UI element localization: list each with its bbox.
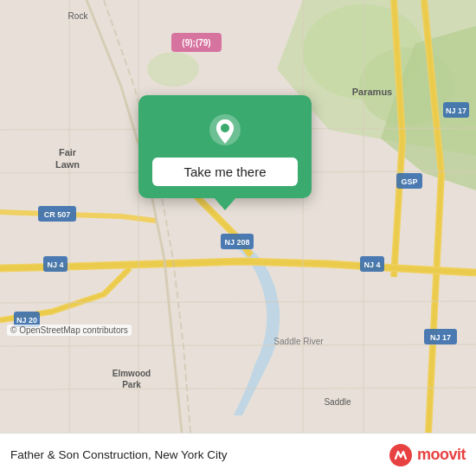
location-text: Father & Son Construction, New York City	[10, 448, 389, 461]
svg-text:NJ 208: NJ 208	[224, 238, 249, 247]
svg-text:Park: Park	[122, 380, 141, 389]
svg-text:Paramus: Paramus	[352, 87, 392, 97]
copyright-text: © OpenStreetMap contributors	[7, 325, 132, 336]
svg-text:Lawn: Lawn	[55, 159, 80, 170]
svg-text:NJ 4: NJ 4	[47, 261, 63, 269]
moovit-logo: moovit	[389, 443, 466, 467]
svg-point-4	[147, 52, 199, 87]
moovit-text: moovit	[417, 446, 466, 464]
svg-text:Rock: Rock	[68, 11, 89, 21]
map-background: (9);(79) NJ 17 NJ 208 NJ 4 NJ 4 NJ 17 GS…	[0, 0, 476, 433]
svg-text:Elmwood: Elmwood	[113, 369, 151, 378]
moovit-icon	[389, 443, 413, 467]
svg-text:NJ 17: NJ 17	[430, 333, 451, 342]
svg-text:Fair: Fair	[59, 147, 77, 158]
svg-text:(9);(79): (9);(79)	[182, 38, 210, 48]
popup-card: Take me there	[138, 95, 312, 198]
map-container: (9);(79) NJ 17 NJ 208 NJ 4 NJ 4 NJ 17 GS…	[0, 0, 476, 433]
take-me-there-button[interactable]: Take me there	[152, 158, 298, 186]
bottom-bar: Father & Son Construction, New York City…	[0, 433, 476, 476]
svg-text:Saddle: Saddle	[324, 397, 351, 407]
location-pin-icon	[206, 111, 244, 149]
svg-text:NJ 20: NJ 20	[16, 316, 37, 325]
svg-text:GSP: GSP	[401, 177, 417, 186]
svg-text:Saddle River: Saddle River	[273, 337, 324, 346]
svg-text:NJ 17: NJ 17	[446, 106, 466, 115]
svg-text:NJ 4: NJ 4	[363, 261, 380, 269]
svg-point-43	[221, 124, 229, 132]
svg-text:CR 507: CR 507	[44, 210, 71, 219]
